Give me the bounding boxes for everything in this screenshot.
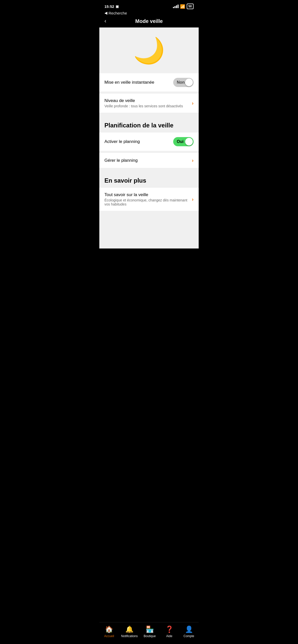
back-nav-row: ◀ Recherche xyxy=(99,11,199,17)
toggle-on-knob xyxy=(185,138,193,145)
sleep-level-text: Niveau de veille Veille profonde : tous … xyxy=(104,98,183,108)
toggle-off-knob xyxy=(185,79,193,86)
back-arrow-icon: ‹ xyxy=(104,18,106,24)
sleep-level-label: Niveau de veille xyxy=(104,98,183,103)
time-display: 15:52 xyxy=(104,4,114,9)
moon-section: 🌙 xyxy=(99,27,199,73)
sleep-level-chevron: › xyxy=(192,100,194,106)
nav-bar: ‹ Mode veille xyxy=(99,17,199,27)
learn-more-title: En savoir plus xyxy=(104,177,146,184)
activate-planning-label: Activer le planning xyxy=(104,139,140,144)
sleep-level-card: Niveau de veille Veille profonde : tous … xyxy=(99,94,199,113)
planning-title: Planification de la veille xyxy=(104,122,173,129)
back-label: Recherche xyxy=(109,11,127,15)
status-bar-right: 📶 50 xyxy=(173,4,194,9)
main-content: 🌙 Mise en veille instantanée Non Niveau … xyxy=(99,27,199,248)
instant-sleep-card: Mise en veille instantanée Non xyxy=(99,73,199,92)
activate-planning-toggle[interactable]: Oui xyxy=(173,137,194,146)
manage-planning-card: Gérer le planning › xyxy=(99,153,199,168)
manage-planning-chevron: › xyxy=(192,157,194,163)
sim-icon: ▣ xyxy=(116,5,119,8)
learn-more-text: Tout savoir sur la veille Écologique et … xyxy=(104,192,192,206)
activate-planning-row: Activer le planning Oui xyxy=(99,133,199,151)
battery-indicator: 50 xyxy=(187,4,194,9)
learn-more-card: Tout savoir sur la veille Écologique et … xyxy=(99,188,199,211)
planning-section-header: Planification de la veille xyxy=(99,115,199,133)
status-bar-left: 15:52 ▣ xyxy=(104,4,119,9)
learn-more-section-header: En savoir plus xyxy=(99,170,199,188)
learn-more-chevron: › xyxy=(192,196,194,202)
manage-planning-row[interactable]: Gérer le planning › xyxy=(99,153,199,168)
learn-more-row[interactable]: Tout savoir sur la veille Écologique et … xyxy=(99,188,199,211)
moon-icon: 🌙 xyxy=(133,38,165,63)
instant-sleep-toggle[interactable]: Non xyxy=(173,78,194,87)
learn-more-sub: Écologique et économique, changez dès ma… xyxy=(104,198,189,206)
instant-sleep-row: Mise en veille instantanée Non xyxy=(99,73,199,92)
toggle-off-label: Non xyxy=(177,80,185,85)
instant-sleep-label: Mise en veille instantanée xyxy=(104,80,154,85)
signal-bars xyxy=(173,5,179,8)
wifi-icon: 📶 xyxy=(180,4,185,9)
toggle-on-label: Oui xyxy=(177,139,184,144)
back-button[interactable]: ‹ xyxy=(104,18,106,24)
status-bar: 15:52 ▣ 📶 50 xyxy=(99,0,199,11)
sleep-level-row[interactable]: Niveau de veille Veille profonde : tous … xyxy=(99,94,199,113)
manage-planning-label: Gérer le planning xyxy=(104,158,138,163)
activate-planning-card: Activer le planning Oui xyxy=(99,133,199,151)
page-title: Mode veille xyxy=(135,18,163,24)
learn-more-label: Tout savoir sur la veille xyxy=(104,192,189,197)
sleep-level-sub: Veille profonde : tous les services sont… xyxy=(104,104,183,108)
